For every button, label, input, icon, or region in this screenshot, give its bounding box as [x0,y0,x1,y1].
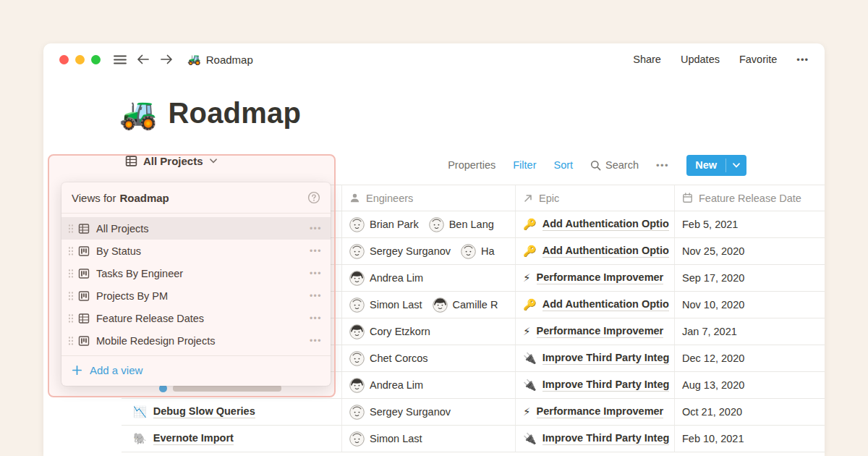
favorite-button[interactable]: Favorite [739,54,777,65]
new-button-caret[interactable] [726,155,746,176]
updates-button[interactable]: Updates [681,54,720,65]
engineer-name: Cory Etzkorn [370,326,430,337]
epic-link[interactable]: Performance Improvemer [537,405,664,418]
engineer-name: Sergey Surganov [370,406,451,418]
close-window-button[interactable] [59,55,69,64]
epic-emoji-icon: ⚡ [523,325,531,338]
epic-cell: 🔌Improve Third Party Integ [515,372,674,398]
epic-cell: ⚡Performance Improvemer [515,318,674,345]
release-date-cell: Feb 10, 2021 [674,426,825,452]
search-icon [590,160,601,171]
view-item-all-projects[interactable]: All Projects••• [61,217,331,240]
hamburger-menu-icon[interactable] [114,55,127,64]
properties-button[interactable]: Properties [448,159,495,171]
toolbar-more-icon[interactable]: ••• [656,160,669,171]
topbar-actions: Share Updates Favorite ••• [633,54,809,65]
epic-link[interactable]: Improve Third Party Integ [542,379,670,392]
drag-handle-icon[interactable] [68,269,74,279]
view-selector-dropdown[interactable]: All Projects [125,155,217,167]
table-row[interactable]: 🐘Evernote ImportSimon Last🔌Improve Third… [122,426,825,452]
back-arrow-icon[interactable] [137,54,150,64]
project-link[interactable]: Debug Slow Queries [153,405,255,418]
engineers-cell: Cory Etzkorn [341,318,515,345]
avatar [433,297,448,313]
avatar [349,431,365,447]
view-item-more-icon[interactable]: ••• [310,336,322,346]
epic-link[interactable]: Performance Improvemer [537,325,664,338]
new-button[interactable]: New [686,155,746,176]
view-item-more-icon[interactable]: ••• [310,291,322,301]
drag-handle-icon[interactable] [68,336,74,346]
view-item-label: Mobile Redesign Projects [96,335,215,347]
new-button-label[interactable]: New [686,155,726,176]
sort-button[interactable]: Sort [553,159,573,171]
drag-handle-icon[interactable] [68,246,74,256]
traffic-lights [59,55,101,64]
view-item-projects-by-pm[interactable]: Projects By PM••• [61,284,331,307]
epic-link[interactable]: Improve Third Party Integ [542,432,670,445]
column-header-engineers[interactable]: Engineers [341,185,515,211]
engineer-name: Chet Corcos [370,352,428,364]
epic-emoji-icon: 🔌 [523,379,537,392]
column-header-epic[interactable]: Epic [515,185,674,211]
search-button[interactable]: Search [590,159,639,171]
table-view-icon [78,223,90,235]
view-item-more-icon[interactable]: ••• [310,313,322,324]
engineer-name: Camille R [453,299,498,311]
column-header-label: Engineers [366,193,413,204]
view-item-mobile-redesign-projects[interactable]: Mobile Redesign Projects••• [61,329,331,352]
engineer-chip: Chet Corcos [349,351,428,366]
epic-link[interactable]: Add Authentication Optio [542,245,669,258]
table-row[interactable]: 📉Debug Slow QueriesSergey Surganov⚡Perfo… [122,399,825,426]
view-toolbar: All Projects Properties Filter Sort Sear… [43,152,825,178]
engineers-cell: Chet Corcos [341,345,515,371]
epic-emoji-icon: ⚡ [523,405,531,418]
avatar [349,324,365,339]
page-title: Roadmap [168,97,301,130]
drag-handle-icon[interactable] [68,313,74,324]
more-options-icon[interactable]: ••• [796,54,809,65]
view-item-tasks-by-engineer[interactable]: Tasks By Engineer••• [61,262,331,284]
release-date-cell: Dec 12, 2020 [674,345,825,371]
engineer-name: Brian Park [370,219,419,230]
add-a-view-button[interactable]: Add a view [61,355,331,386]
engineer-chip: Sergey Surganov [349,405,451,420]
engineer-chip: Brian Park [349,217,419,232]
view-item-by-status[interactable]: By Status••• [61,240,331,262]
table-view-icon [78,313,90,324]
project-link[interactable]: Evernote Import [153,432,234,445]
help-icon[interactable] [307,191,320,204]
view-item-more-icon[interactable]: ••• [310,269,322,279]
avatar [349,405,365,420]
avatar [349,244,365,259]
epic-link[interactable]: Add Authentication Optio [542,218,669,231]
engineer-name: Ha [481,245,495,257]
drag-handle-icon[interactable] [68,224,74,234]
project-cell[interactable]: 🐘Evernote Import [122,426,341,452]
views-panel-header-title: Roadmap [119,192,169,204]
engineers-cell: Sergey Surganov [341,399,515,425]
share-button[interactable]: Share [633,54,661,65]
epic-link[interactable]: Improve Third Party Integ [542,352,670,365]
epic-link[interactable]: Add Authentication Optio [542,298,669,311]
forward-arrow-icon[interactable] [160,54,173,64]
epic-link[interactable]: Performance Improvemer [537,271,664,284]
engineer-chip: Simon Last [349,431,422,447]
column-header-feature-release-date[interactable]: Feature Release Date [674,185,825,211]
release-date-cell: Jan 7, 2021 [674,318,825,345]
filter-button[interactable]: Filter [513,159,536,171]
drag-handle-icon[interactable] [68,291,74,301]
avatar [349,378,365,393]
avatar [461,244,476,259]
project-cell[interactable]: 📉Debug Slow Queries [122,399,341,425]
breadcrumb-title[interactable]: Roadmap [206,54,253,66]
view-item-label: All Projects [96,223,149,235]
epic-cell: 🔑Add Authentication Optio [515,238,674,264]
column-header-label: Epic [539,193,559,204]
view-item-more-icon[interactable]: ••• [310,224,322,234]
zoom-window-button[interactable] [91,55,101,64]
engineers-cell: Andrea Lim [341,265,515,291]
view-item-feature-release-dates[interactable]: Feature Release Dates••• [61,307,331,329]
minimize-window-button[interactable] [75,55,85,64]
view-item-more-icon[interactable]: ••• [310,246,322,256]
